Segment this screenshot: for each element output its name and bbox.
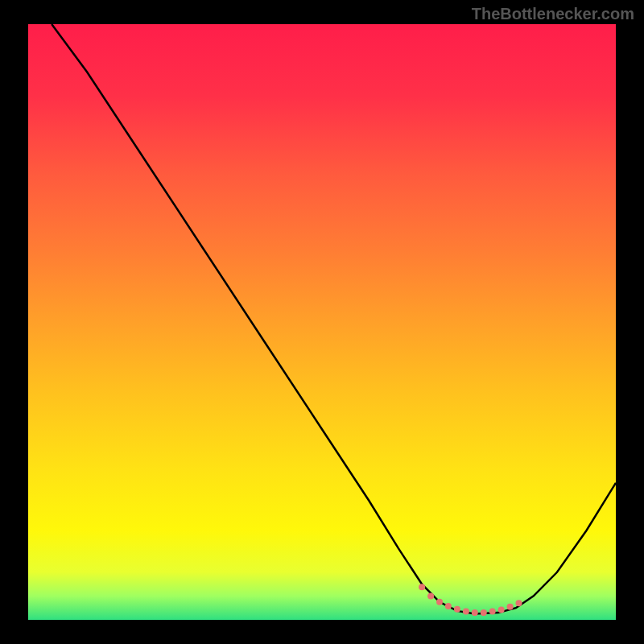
dot bbox=[516, 600, 522, 606]
chart-svg bbox=[28, 24, 616, 620]
dot bbox=[507, 604, 514, 610]
chart-plot-area bbox=[28, 24, 616, 620]
dot bbox=[454, 606, 460, 613]
attribution-text: TheBottlenecker.com bbox=[472, 5, 634, 23]
dot bbox=[419, 584, 425, 590]
dot bbox=[472, 609, 478, 616]
dot bbox=[498, 606, 505, 613]
dot bbox=[445, 603, 452, 609]
dot bbox=[481, 609, 487, 616]
dot bbox=[489, 609, 496, 615]
gradient-background bbox=[28, 24, 616, 620]
dot bbox=[463, 609, 469, 615]
dot bbox=[436, 599, 443, 605]
dot bbox=[427, 592, 434, 599]
